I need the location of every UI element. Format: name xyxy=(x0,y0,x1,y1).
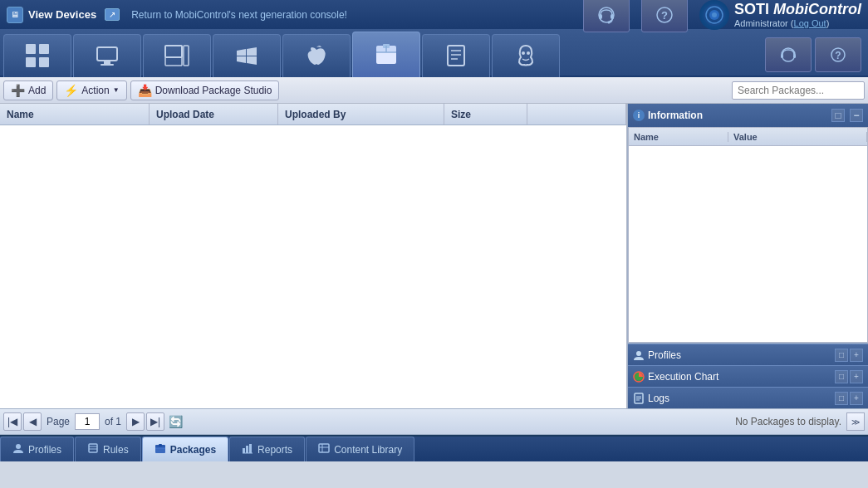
svg-rect-48 xyxy=(159,444,162,447)
svg-rect-52 xyxy=(249,444,252,453)
logs-restore-btn[interactable]: □ xyxy=(835,392,848,405)
svg-rect-11 xyxy=(39,44,49,54)
page-number-input[interactable] xyxy=(75,413,100,430)
logs-icon xyxy=(633,393,645,404)
svg-rect-10 xyxy=(26,44,36,54)
panel-restore-button[interactable]: □ xyxy=(831,109,845,122)
svg-point-36 xyxy=(636,351,641,356)
svg-rect-33 xyxy=(793,54,796,58)
add-icon: ➕ xyxy=(11,84,25,97)
logout-link[interactable]: Log Out xyxy=(794,18,826,28)
action-dropdown-arrow: ▼ xyxy=(113,86,120,94)
svg-rect-13 xyxy=(39,57,49,67)
execution-chart-panel-row: Execution Chart □ + xyxy=(628,365,868,387)
svg-rect-32 xyxy=(781,54,783,58)
action-icon: ⚡ xyxy=(64,84,78,97)
content-library-tab-label: Content Library xyxy=(334,444,402,456)
column-name: Name xyxy=(0,104,150,124)
tab-monitor[interactable] xyxy=(143,34,211,77)
logs-panel-label: Logs xyxy=(648,393,669,404)
packages-tab-icon xyxy=(154,442,166,456)
tab-grid[interactable] xyxy=(3,34,71,77)
headset-tab-icon xyxy=(776,42,801,67)
execution-panel-controls: □ + xyxy=(835,370,863,383)
svg-rect-19 xyxy=(184,46,189,66)
info-panel-icon: i xyxy=(633,110,645,121)
support-button[interactable] xyxy=(583,0,630,32)
refresh-button[interactable]: 🔄 xyxy=(166,412,184,431)
profiles-restore-btn[interactable]: □ xyxy=(835,349,848,362)
content-library-tab-icon xyxy=(318,442,330,456)
tab-devices[interactable] xyxy=(73,34,141,77)
grid-icon xyxy=(24,42,51,69)
page-label: Page xyxy=(47,416,70,427)
tab-windows[interactable] xyxy=(213,34,281,77)
tab-packages[interactable] xyxy=(352,32,420,77)
search-packages-input[interactable] xyxy=(732,81,865,100)
download-label: Download Package Studio xyxy=(155,85,272,96)
external-link-badge[interactable]: ↗ xyxy=(105,8,120,21)
svg-rect-2 xyxy=(611,14,614,19)
add-button[interactable]: ➕ Add xyxy=(3,81,53,100)
bottom-tab-packages[interactable]: Packages xyxy=(142,437,228,461)
bottom-tab-reports[interactable]: Reports xyxy=(229,437,305,461)
pagination-bar: |◀ ◀ Page of 1 ▶ ▶| 🔄 No Packages to dis… xyxy=(0,408,868,435)
rules-tab-icon xyxy=(87,442,99,456)
rules-tab-label: Rules xyxy=(103,444,129,456)
last-page-button[interactable]: ▶| xyxy=(146,412,164,431)
panel-minimize-button[interactable]: − xyxy=(850,109,863,122)
headset-icon xyxy=(595,3,618,27)
bottom-tab-rules[interactable]: Rules xyxy=(75,437,141,461)
execution-restore-btn[interactable]: □ xyxy=(835,370,848,383)
svg-rect-16 xyxy=(101,64,114,66)
profiles-tab-label: Profiles xyxy=(28,444,61,456)
packages-icon xyxy=(373,41,400,67)
first-page-button[interactable]: |◀ xyxy=(3,412,22,431)
topbar-message[interactable]: Return to MobiControl's next generation … xyxy=(131,9,347,21)
bottom-tab-content-library[interactable]: Content Library xyxy=(306,437,414,461)
svg-point-30 xyxy=(527,51,530,55)
expand-all-button[interactable]: ≫ xyxy=(846,412,865,431)
tab-linux[interactable] xyxy=(492,34,560,77)
profiles-expand-btn[interactable]: + xyxy=(850,349,863,362)
add-label: Add xyxy=(28,85,46,96)
svg-rect-1 xyxy=(599,14,602,19)
tab-scripts[interactable] xyxy=(422,34,490,77)
column-uploaded-by: Uploaded By xyxy=(278,104,444,124)
admin-info: Administrator (Log Out) xyxy=(734,18,861,28)
soti-brand: SOTI MobiControl Administrator (Log Out) xyxy=(699,0,861,30)
profiles-panel-row: Profiles □ + xyxy=(628,344,868,365)
next-page-button[interactable]: ▶ xyxy=(126,412,145,431)
devices-icon xyxy=(94,42,120,69)
help-button[interactable]: ? xyxy=(641,0,688,32)
information-panel-body: Name Value xyxy=(628,127,868,343)
info-table-header: Name Value xyxy=(629,128,867,146)
scripts-icon xyxy=(443,42,469,69)
action-button[interactable]: ⚡ Action ▼ xyxy=(56,81,126,100)
support-tab-button[interactable] xyxy=(765,37,812,72)
linux-icon xyxy=(512,42,539,69)
reports-tab-icon xyxy=(242,442,253,456)
top-bar: 🖥 View Devices ↗ Return to MobiControl's… xyxy=(0,0,868,29)
top-bar-left: 🖥 View Devices ↗ Return to MobiControl's… xyxy=(7,7,576,23)
help-tab-button[interactable]: ? xyxy=(815,37,861,72)
svg-rect-18 xyxy=(165,57,182,66)
prev-page-button[interactable]: ◀ xyxy=(23,412,42,431)
profiles-panel-controls: □ + xyxy=(835,349,863,362)
bottom-tab-profiles[interactable]: Profiles xyxy=(0,437,74,461)
column-upload-date: Upload Date xyxy=(150,104,278,124)
of-label: of 1 xyxy=(105,416,121,427)
svg-rect-54 xyxy=(319,444,329,452)
profiles-tab-icon xyxy=(12,442,24,456)
logs-expand-btn[interactable]: + xyxy=(850,392,863,405)
tab-apple[interactable] xyxy=(282,34,351,77)
download-package-studio-button[interactable]: 📥 Download Package Studio xyxy=(130,81,280,100)
action-label: Action xyxy=(81,85,109,96)
svg-rect-14 xyxy=(97,47,117,61)
content-area: Name Upload Date Uploaded By Size xyxy=(0,104,627,408)
execution-expand-btn[interactable]: + xyxy=(850,370,863,383)
svg-point-9 xyxy=(712,12,717,17)
svg-text:?: ? xyxy=(661,9,668,22)
right-panel: i Information □ − Name Value Profiles □ … xyxy=(627,104,868,408)
view-devices-title: View Devices xyxy=(28,8,96,21)
